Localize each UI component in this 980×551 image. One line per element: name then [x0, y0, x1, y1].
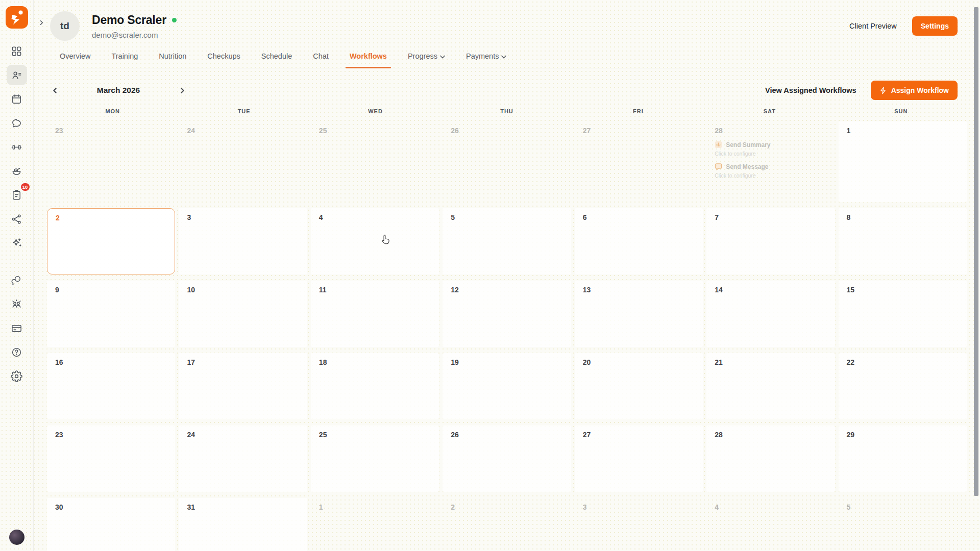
- sidebar-expand-button[interactable]: [37, 18, 46, 27]
- sidebar-item-ai-assistant[interactable]: [7, 233, 27, 253]
- day-number: 5: [451, 213, 566, 221]
- calendar-day-cell[interactable]: 16: [47, 353, 175, 419]
- calendar-day-cell[interactable]: 23: [47, 121, 175, 202]
- calendar-day-cell[interactable]: 1: [839, 121, 967, 202]
- prev-month-button[interactable]: [47, 83, 62, 98]
- calendar-day-cell[interactable]: 18: [311, 353, 439, 419]
- day-number: 22: [847, 358, 962, 366]
- calendar-day-cell[interactable]: 2: [443, 498, 571, 551]
- calendar-day-cell[interactable]: 21: [706, 353, 835, 419]
- calendar-day-cell[interactable]: 4: [706, 498, 835, 551]
- calendar-day-cell[interactable]: 28Send SummaryClick to configureSend Mes…: [706, 121, 835, 202]
- calendar-day-cell[interactable]: 2: [47, 208, 175, 274]
- day-number: 10: [187, 286, 302, 294]
- tab-nutrition[interactable]: Nutrition: [158, 52, 187, 68]
- sidebar-item-training[interactable]: [7, 137, 27, 157]
- calendar-day-cell[interactable]: 14: [706, 281, 835, 347]
- tab-payments[interactable]: Payments: [465, 52, 507, 68]
- workflow-event[interactable]: Send SummaryClick to configure: [715, 141, 829, 157]
- calendar-day-cell[interactable]: 26: [443, 425, 571, 492]
- day-number: 9: [55, 286, 170, 294]
- calendar-day-cell[interactable]: 28: [706, 425, 835, 492]
- vertical-scrollbar[interactable]: [974, 7, 978, 496]
- sidebar-item-settings[interactable]: [7, 366, 27, 386]
- app-logo-icon[interactable]: [6, 6, 28, 29]
- sidebar-item-clients[interactable]: [7, 65, 27, 85]
- user-avatar[interactable]: [9, 530, 24, 545]
- tab-training[interactable]: Training: [110, 52, 139, 68]
- calendar-day-cell[interactable]: 23: [47, 425, 175, 492]
- calendar-day-cell[interactable]: 8: [839, 208, 967, 274]
- tab-overview[interactable]: Overview: [59, 52, 91, 68]
- calendar-day-cell[interactable]: 17: [179, 353, 307, 419]
- calendar-day-cell[interactable]: 27: [575, 425, 703, 492]
- calendar-day-cell[interactable]: 27: [575, 121, 703, 202]
- calendar-day-cell[interactable]: 3: [179, 208, 307, 274]
- day-number: 7: [715, 213, 829, 221]
- calendar-toolbar: March 2026 View Assigned Workflows Assig…: [34, 68, 980, 101]
- calendar-day-cell[interactable]: 9: [47, 281, 175, 347]
- calendar-day-cell[interactable]: 25: [311, 121, 439, 202]
- assign-workflow-button[interactable]: Assign Workflow: [871, 81, 958, 100]
- calendar-day-cell[interactable]: 15: [839, 281, 967, 347]
- calendar-day-cell[interactable]: 10: [179, 281, 307, 347]
- dashboard-icon: [11, 45, 22, 57]
- calendar-day-cell[interactable]: 19: [443, 353, 571, 419]
- tab-schedule[interactable]: Schedule: [260, 52, 293, 68]
- calendar-day-cell[interactable]: 24: [179, 425, 307, 492]
- sidebar-item-chat[interactable]: [7, 113, 27, 133]
- online-status-dot: [172, 18, 177, 22]
- sidebar-item-schedule[interactable]: [7, 89, 27, 109]
- calendar-day-cell[interactable]: 7: [706, 208, 835, 274]
- sidebar-item-payments[interactable]: [7, 318, 27, 338]
- tab-label: Checkups: [207, 52, 240, 60]
- calendar-day-cell[interactable]: 5: [839, 498, 967, 551]
- calendar-day-cell[interactable]: 6: [575, 208, 703, 274]
- calendar-day-cell[interactable]: 25: [311, 425, 439, 492]
- sidebar-item-help[interactable]: [7, 342, 27, 362]
- sidebar-item-nutrition[interactable]: [7, 161, 27, 181]
- month-label: March 2026: [62, 86, 175, 95]
- sidebar-item-dashboard[interactable]: [7, 41, 27, 61]
- tab-checkups[interactable]: Checkups: [206, 52, 241, 68]
- calendar-day-cell[interactable]: 11: [311, 281, 439, 347]
- day-number: 2: [451, 503, 566, 511]
- day-number: 26: [451, 127, 566, 135]
- tab-progress[interactable]: Progress: [407, 52, 446, 68]
- day-number: 12: [451, 286, 566, 294]
- tab-label: Nutrition: [159, 52, 186, 60]
- day-number: 19: [451, 358, 566, 366]
- client-header: td Demo Scraler demo@scraler.com Client …: [34, 0, 980, 45]
- nutrition-icon: [11, 165, 22, 177]
- calendar-day-cell[interactable]: 1: [311, 498, 439, 551]
- calendar-day-cell[interactable]: 29: [839, 425, 967, 492]
- sidebar-item-community[interactable]: [7, 294, 27, 314]
- view-assigned-workflows-button[interactable]: View Assigned Workflows: [758, 81, 864, 99]
- calendar-day-cell[interactable]: 24: [179, 121, 307, 202]
- sidebar-item-messages[interactable]: [7, 270, 27, 290]
- calendar-day-cell[interactable]: 3: [575, 498, 703, 551]
- calendar-day-cell[interactable]: 22: [839, 353, 967, 419]
- calendar-day-cell[interactable]: 12: [443, 281, 571, 347]
- sidebar-item-checkins[interactable]: 10: [7, 185, 27, 205]
- next-month-button[interactable]: [175, 83, 190, 98]
- settings-button[interactable]: Settings: [912, 16, 958, 36]
- calendar-day-cell[interactable]: 5: [443, 208, 571, 274]
- tab-chat[interactable]: Chat: [312, 52, 330, 68]
- workflow-event[interactable]: Send MessageClick to configure: [715, 163, 829, 179]
- calendar-day-cell[interactable]: 4: [311, 208, 439, 274]
- day-number: 28: [715, 127, 829, 135]
- calendar-day-cell[interactable]: 30: [47, 498, 175, 551]
- calendar-day-cell[interactable]: 13: [575, 281, 703, 347]
- event-subtitle: Click to configure: [715, 172, 829, 179]
- calendar-day-cell[interactable]: 26: [443, 121, 571, 202]
- client-email: demo@scraler.com: [92, 31, 177, 39]
- tab-workflows[interactable]: Workflows: [349, 52, 388, 68]
- training-icon: [11, 141, 22, 153]
- client-preview-button[interactable]: Client Preview: [849, 22, 897, 30]
- tab-label: Payments: [466, 52, 499, 60]
- calendar-day-cell[interactable]: 20: [575, 353, 703, 419]
- day-number: 2: [56, 214, 169, 222]
- sidebar-item-workflows[interactable]: [7, 209, 27, 229]
- calendar-day-cell[interactable]: 31: [179, 498, 307, 551]
